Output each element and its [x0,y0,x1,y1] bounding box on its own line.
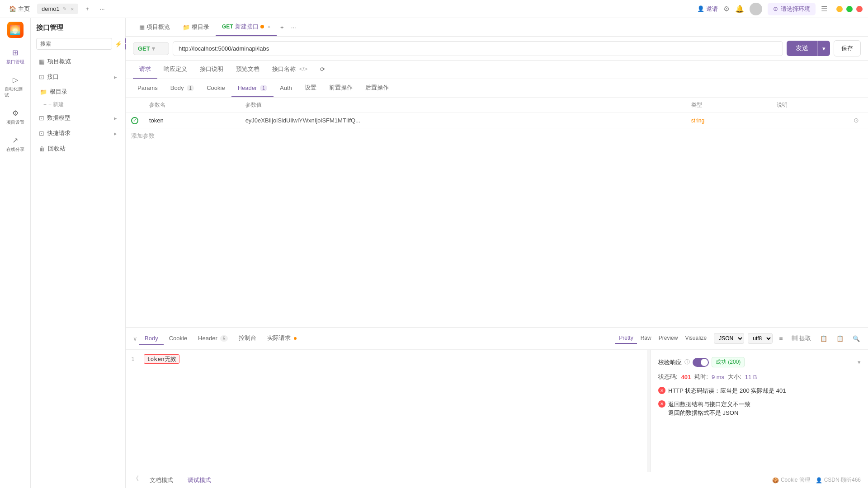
sidebar-item-recycle[interactable]: 🗑 回收站 [33,141,123,156]
left-panel: 接口管理 ⚡ + ▦ 项目概览 ⊡ 接口 ▸ 📁 根目录 + + 新建 ⊡ 数据… [31,18,126,488]
params-tab-auth[interactable]: Auth [274,80,298,97]
send-button[interactable]: 发送 [787,41,817,56]
validation-toggle[interactable] [693,358,709,367]
tab-overflow-button[interactable]: ··· [288,22,300,33]
validation-label: 校验响应 [658,358,682,366]
home-nav[interactable]: 🏠 主页 [5,3,33,15]
new-tab-button[interactable]: + [82,4,93,14]
tab-api-desc[interactable]: 接口说明 [193,61,230,79]
title-bar-right: 👤 邀请 ⚙ 🔔 ⊙ 请选择环境 ☰ － □ × [697,3,863,15]
add-tab-button[interactable]: + [277,22,288,33]
sidebar-item-label: 接口管理 [6,59,24,65]
tab-edit-icon[interactable]: ✎ [62,6,66,12]
doc-mode-button[interactable]: 文档模式 [146,474,177,486]
send-button-group: 发送 ▾ [787,41,830,56]
filter-icon[interactable]: ⚡ [115,41,122,47]
tab-preview-doc[interactable]: 预览文档 [230,61,266,79]
unsaved-dot [260,25,264,28]
tab-project-overview[interactable]: ▦ 项目概览 [133,19,176,36]
body-tab-raw[interactable]: Raw [637,333,655,344]
save-button[interactable]: 保存 [834,40,861,56]
close-button[interactable]: × [856,6,863,12]
sidebar-item-project-settings[interactable]: ⚙ 项目设置 [3,104,28,129]
extract-button[interactable]: ▦ 提取 [789,333,814,344]
bell-icon[interactable]: 🔔 [735,5,744,13]
params-tab-post-op[interactable]: 后置操作 [359,79,395,97]
collapse-left-icon[interactable]: 《 [133,474,139,486]
params-tab-header[interactable]: Header 1 [231,80,274,97]
search-input[interactable] [36,38,112,50]
resp-tab-console[interactable]: 控制台 [233,331,262,346]
method-select[interactable]: GET ▾ [133,42,169,55]
sidebar-toggle-icon[interactable]: ☰ [821,5,827,13]
resp-tab-header[interactable]: Header 5 [193,332,233,345]
add-param-button[interactable]: 添加参数 [126,128,868,144]
tab-refresh[interactable]: ⟳ [314,61,331,78]
param-desc-cell [771,113,848,128]
user-info-button[interactable]: 👤 CSDN·顾昕466 [816,476,861,484]
tab-response-def[interactable]: 响应定义 [157,61,193,79]
env-selector[interactable]: ⊙ 请选择环境 [768,3,816,15]
tab-request[interactable]: 请求 [133,61,157,79]
response-collapse-icon[interactable]: ∨ [131,333,139,344]
minimize-button[interactable]: － [836,6,843,12]
param-value-cell[interactable]: eyJ0eXBlIjoiSldUIiwiYWxnIjoiSFM1MTIifQ..… [240,113,686,128]
tab-root-dir[interactable]: 📁 根目录 [176,19,216,36]
validation-label-group: 校验响应 ⓘ 成功 (200) [658,357,745,367]
body-tab-preview[interactable]: Preview [655,333,682,344]
row-expand-icon[interactable]: ⊙ [854,117,859,124]
avatar[interactable] [750,3,762,15]
sidebar-item-interface[interactable]: ⊡ 接口 ▸ [33,70,123,84]
wrap-icon[interactable]: ≡ [776,333,785,344]
encoding-select[interactable]: utf8 [748,333,773,344]
maximize-button[interactable]: □ [846,6,853,12]
cookie-mgr-button[interactable]: 🍪 Cookie 管理 [772,476,810,484]
debug-mode-button[interactable]: 调试模式 [184,474,215,486]
info-icon[interactable]: ⓘ [684,358,690,366]
sidebar-item-data-model[interactable]: ⊡ 数据模型 ▸ [33,111,123,125]
url-input[interactable] [173,41,783,56]
scrollbar[interactable] [647,350,651,472]
sidebar-item-quick-request[interactable]: ⊡ 快捷请求 ▸ [33,126,123,141]
params-tab-settings[interactable]: 设置 [298,79,323,97]
params-area: Params Body 1 Cookie Header 1 Auth 设置 前置… [126,79,868,327]
tab-demo1[interactable]: demo1 ✎ × [37,4,78,14]
tab-more-button[interactable]: ··· [96,4,108,14]
tab-api-name-label: 接口名称 [272,66,296,72]
validation-dropdown-icon[interactable]: ▾ [858,359,861,366]
sidebar-item-root-dir[interactable]: 📁 根目录 [31,84,125,99]
body-tab-visualize[interactable]: Visualize [681,333,710,344]
sidebar-item-online-share[interactable]: ↗ 在线分享 [3,131,28,156]
main-layout: 🌅 ⊞ 接口管理 ▷ 自动化测试 ⚙ 项目设置 ↗ 在线分享 接口管理 ⚡ + [0,18,868,488]
tab-close-icon[interactable]: × [71,6,74,12]
params-tab-params[interactable]: Params [131,80,164,97]
tab-close-btn[interactable]: × [268,24,270,29]
tab-new-interface[interactable]: GET 新建接口 × [216,18,277,36]
row-enable-toggle[interactable]: ✓ [131,117,138,124]
sidebar-item-overview[interactable]: ▦ 项目概览 [33,54,123,69]
tab-api-name[interactable]: 接口名称 </> [266,61,314,79]
params-tabs: Params Body 1 Cookie Header 1 Auth 设置 前置… [126,79,868,98]
settings-icon[interactable]: ⚙ [723,5,730,13]
body-tab-pretty[interactable]: Pretty [615,333,637,344]
search-button[interactable]: 🔍 [850,333,863,344]
json-format-select[interactable]: JSON [714,333,744,344]
sidebar-item-auto-test[interactable]: ▷ 自动化测试 [3,70,28,102]
resp-tab-cookie[interactable]: Cookie [164,332,193,345]
request-type-tabs: 请求 响应定义 接口说明 预览文档 接口名称 </> ⟳ [126,61,868,79]
home-label: 主页 [18,5,30,13]
param-name-cell[interactable]: token [144,113,240,128]
resp-tab-actual-request[interactable]: 实际请求 [262,331,302,346]
params-tab-body[interactable]: Body 1 [164,80,200,97]
invite-button[interactable]: 👤 邀请 [697,5,718,13]
send-dropdown-button[interactable]: ▾ [817,41,830,56]
params-tab-pre-op[interactable]: 前置操作 [323,79,359,97]
sidebar-item-interface[interactable]: ⊞ 接口管理 [3,43,28,69]
copy-button-2[interactable]: 📋 [834,333,846,344]
table-row: ✓ token eyJ0eXBlIjoiSldUIiwiYWxnIjoiSFM1… [126,113,868,128]
resp-tab-body[interactable]: Body [139,332,164,345]
params-tab-cookie[interactable]: Cookie [200,80,231,97]
actual-request-dot [294,337,297,340]
copy-button-1[interactable]: 📋 [817,333,830,344]
new-interface-link[interactable]: + + 新建 [31,99,125,110]
